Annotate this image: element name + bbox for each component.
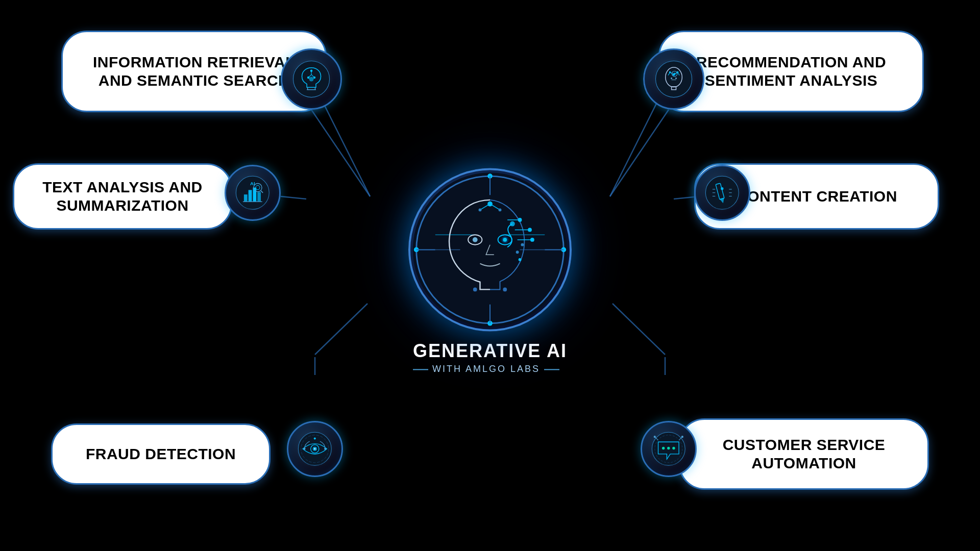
svg-point-106 — [499, 208, 502, 211]
svg-line-5 — [281, 196, 306, 199]
fraud-detection-pill: Fraud Detection — [51, 423, 271, 485]
svg-point-22 — [307, 77, 309, 79]
svg-point-110 — [519, 258, 522, 261]
ai-face-circle — [408, 168, 572, 331]
svg-line-3 — [610, 110, 669, 196]
svg-point-50 — [706, 177, 739, 210]
svg-point-95 — [528, 228, 532, 232]
main-canvas: .conn { stroke: #2a6db5; stroke-width: 2… — [0, 0, 980, 551]
svg-line-1 — [311, 110, 370, 196]
svg-point-94 — [518, 218, 522, 222]
svg-point-65 — [324, 448, 326, 450]
svg-point-63 — [314, 448, 316, 450]
center-subtitle: WITH AMLGO LABS — [413, 364, 567, 374]
svg-point-69 — [662, 447, 665, 449]
pencil-chip-icon — [694, 165, 750, 221]
svg-point-39 — [675, 78, 677, 79]
svg-point-23 — [313, 77, 315, 79]
svg-point-75 — [681, 436, 683, 438]
svg-point-98 — [473, 237, 478, 242]
svg-line-9 — [315, 304, 368, 355]
svg-point-105 — [479, 208, 482, 211]
svg-rect-43 — [253, 188, 257, 202]
center-text-block: GENERATIVE AI WITH AMLGO LABS — [413, 340, 567, 374]
svg-point-59 — [721, 187, 723, 190]
brain-head-icon — [643, 48, 704, 110]
customer-service-pill: Customer Service Automation — [679, 418, 929, 490]
chat-icon — [641, 421, 697, 477]
svg-point-36 — [673, 72, 675, 74]
svg-point-24 — [309, 77, 314, 82]
svg-point-107 — [510, 221, 515, 227]
svg-line-11 — [612, 304, 665, 355]
svg-point-109 — [521, 243, 524, 246]
svg-rect-44 — [257, 192, 261, 202]
svg-point-21 — [310, 69, 312, 71]
svg-point-108 — [516, 251, 519, 254]
svg-rect-42 — [249, 190, 252, 202]
svg-point-101 — [503, 238, 507, 242]
svg-point-112 — [503, 288, 507, 292]
svg-point-25 — [655, 61, 692, 97]
svg-point-111 — [473, 288, 477, 292]
svg-rect-41 — [244, 194, 248, 202]
svg-point-38 — [671, 78, 672, 79]
center-logo: GENERATIVE AI WITH AMLGO LABS — [408, 168, 572, 374]
svg-point-33 — [669, 71, 671, 73]
svg-point-74 — [654, 436, 656, 438]
ai-chart-icon: AI — [225, 165, 281, 221]
lightbulb-icon — [281, 48, 342, 110]
text-analysis-pill: TEXT ANALYSIS AND SUMMARIZATION — [13, 163, 232, 230]
svg-point-96 — [530, 238, 534, 242]
svg-point-64 — [304, 448, 306, 450]
center-title: GENERATIVE AI — [413, 340, 567, 362]
svg-point-71 — [672, 447, 675, 449]
svg-point-66 — [314, 438, 316, 440]
eye-icon — [287, 421, 343, 477]
svg-point-70 — [667, 447, 670, 449]
